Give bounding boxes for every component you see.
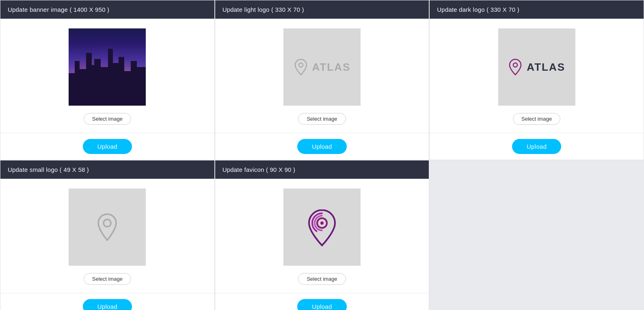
svg-point-1	[513, 63, 517, 67]
light-logo-upload-label: Upload	[312, 143, 332, 150]
small-logo-select-label: Select image	[92, 276, 123, 282]
dark-logo-upload-button[interactable]: Upload	[512, 139, 561, 154]
small-logo-upload-button[interactable]: Upload	[83, 299, 132, 310]
banner-upload-button[interactable]: Upload	[83, 139, 132, 154]
banner-card-body: Select image	[0, 19, 214, 133]
dark-logo-preview: ATLAS	[498, 28, 575, 106]
small-logo-title: Update small logo ( 49 X 58 )	[8, 166, 89, 173]
atlas-light-text: ATLAS	[312, 61, 351, 74]
favicon-header: Update favicon ( 90 X 90 )	[215, 160, 429, 179]
small-logo-preview	[69, 189, 146, 266]
light-logo-footer: Upload	[215, 133, 429, 160]
favicon-select-label: Select image	[307, 276, 337, 282]
pin-icon-light	[294, 59, 308, 76]
favicon-upload-label: Upload	[312, 303, 332, 310]
city-image	[69, 28, 146, 106]
banner-select-label: Select image	[92, 116, 123, 122]
small-logo-select-button[interactable]: Select image	[84, 273, 131, 285]
small-logo-header: Update small logo ( 49 X 58 )	[0, 160, 214, 179]
main-grid: Update banner image ( 1400 X 950 )	[0, 0, 644, 310]
dark-logo-upload-label: Upload	[527, 143, 547, 150]
small-logo-card: Update small logo ( 49 X 58 ) Select ima…	[0, 160, 215, 310]
dark-logo-footer: Upload	[430, 133, 644, 160]
dark-logo-card-body: ATLAS Select image	[430, 19, 644, 133]
light-logo-header: Update light logo ( 330 X 70 )	[215, 0, 429, 19]
pin-icon-small	[95, 212, 119, 242]
atlas-light-logo: ATLAS	[294, 59, 351, 76]
light-logo-card: Update light logo ( 330 X 70 ) ATLAS Sel…	[215, 0, 430, 160]
dark-logo-card: Update dark logo ( 330 X 70 ) ATLAS Sele…	[429, 0, 644, 160]
banner-select-button[interactable]: Select image	[84, 113, 131, 125]
light-logo-select-button[interactable]: Select image	[298, 113, 346, 125]
atlas-dark-text: ATLAS	[527, 61, 565, 74]
dark-logo-select-button[interactable]: Select image	[513, 113, 560, 125]
banner-upload-label: Upload	[97, 143, 117, 150]
banner-card-footer: Upload	[0, 133, 214, 160]
banner-title: Update banner image ( 1400 X 950 )	[8, 6, 109, 13]
favicon-footer: Upload	[215, 293, 429, 310]
light-logo-title: Update light logo ( 330 X 70 )	[223, 6, 304, 13]
favicon-card-body: Select image	[215, 179, 429, 293]
small-logo-upload-label: Upload	[97, 303, 117, 310]
favicon-card: Update favicon ( 90 X 90 )	[215, 160, 430, 310]
dark-logo-select-label: Select image	[521, 116, 552, 122]
empty-area	[429, 160, 644, 310]
small-logo-card-body: Select image	[0, 179, 214, 293]
light-logo-select-label: Select image	[307, 116, 337, 122]
svg-point-4	[320, 221, 324, 225]
banner-image-preview	[69, 28, 146, 106]
small-logo-footer: Upload	[0, 293, 214, 310]
favicon-title: Update favicon ( 90 X 90 )	[223, 166, 295, 173]
light-logo-upload-button[interactable]: Upload	[297, 139, 346, 154]
banner-card-header: Update banner image ( 1400 X 950 )	[0, 0, 214, 19]
banner-card: Update banner image ( 1400 X 950 )	[0, 0, 215, 160]
light-logo-preview: ATLAS	[283, 28, 361, 106]
pin-icon-dark	[508, 59, 523, 76]
dark-logo-title: Update dark logo ( 330 X 70 )	[437, 6, 519, 13]
favicon-icon	[304, 207, 340, 247]
favicon-preview	[283, 189, 361, 266]
favicon-select-button[interactable]: Select image	[298, 273, 346, 285]
atlas-dark-logo: ATLAS	[508, 59, 565, 76]
favicon-upload-button[interactable]: Upload	[297, 299, 346, 310]
light-logo-card-body: ATLAS Select image	[215, 19, 429, 133]
svg-point-2	[104, 219, 111, 227]
svg-point-0	[299, 63, 303, 67]
dark-logo-header: Update dark logo ( 330 X 70 )	[430, 0, 644, 19]
